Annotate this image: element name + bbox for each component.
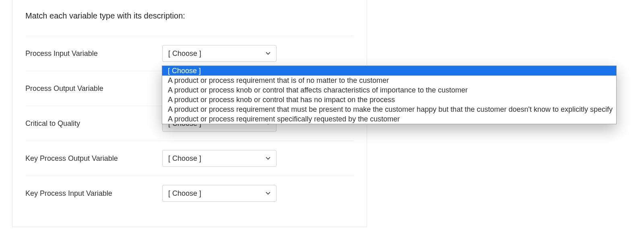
match-label: Critical to Quality xyxy=(25,119,162,128)
dropdown-option[interactable]: A product or process knob or control tha… xyxy=(162,85,616,95)
match-row: Key Process Output Variable [ Choose ] xyxy=(25,141,354,176)
dropdown-option[interactable]: A product or process requirement specifi… xyxy=(162,114,616,124)
dropdown-option[interactable]: [ Choose ] xyxy=(162,66,616,76)
dropdown-option[interactable]: A product or process requirement that mu… xyxy=(162,105,616,114)
match-label: Key Process Output Variable xyxy=(25,154,162,163)
match-label: Process Output Variable xyxy=(25,84,162,93)
select-value: [ Choose ] xyxy=(168,189,201,198)
question-prompt: Match each variable type with its descri… xyxy=(25,11,354,21)
match-select-key-process-output-variable[interactable]: [ Choose ] xyxy=(162,150,277,167)
dropdown-option[interactable]: A product or process requirement that is… xyxy=(162,76,616,85)
dropdown-option[interactable]: A product or process knob or control tha… xyxy=(162,95,616,105)
chevron-down-icon xyxy=(266,192,270,195)
select-value: [ Choose ] xyxy=(168,154,201,163)
match-label: Process Input Variable xyxy=(25,49,162,58)
match-row: Key Process Input Variable [ Choose ] xyxy=(25,176,354,211)
chevron-down-icon xyxy=(266,157,270,160)
select-value: [ Choose ] xyxy=(168,49,201,58)
match-select-process-input-variable[interactable]: [ Choose ] xyxy=(162,45,277,62)
match-label: Key Process Input Variable xyxy=(25,189,162,198)
chevron-down-icon xyxy=(266,52,270,55)
dropdown-listbox[interactable]: [ Choose ] A product or process requirem… xyxy=(162,66,617,124)
match-select-key-process-input-variable[interactable]: [ Choose ] xyxy=(162,185,277,202)
